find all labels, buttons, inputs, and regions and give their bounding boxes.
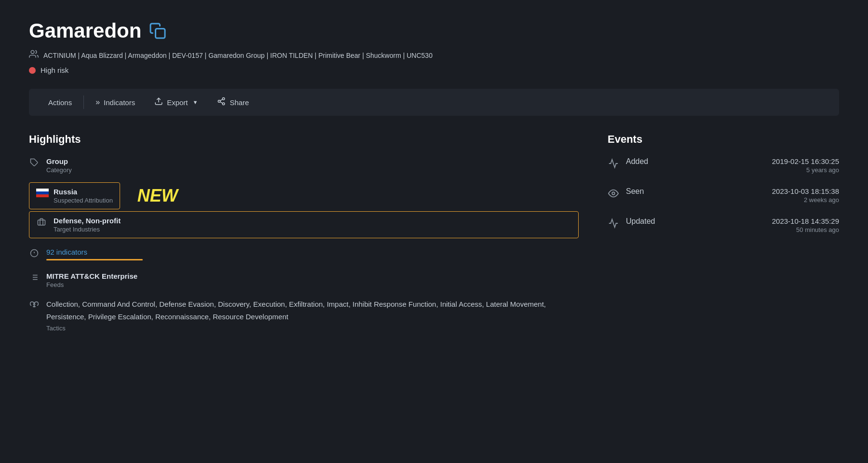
svg-rect-11: [36, 194, 49, 197]
highlights-title: Highlights: [29, 133, 579, 146]
export-label: Export: [167, 98, 188, 107]
flag-icon: [36, 189, 47, 200]
svg-rect-0: [156, 29, 165, 39]
svg-rect-12: [38, 220, 45, 225]
category-value: Group: [46, 157, 72, 165]
user-group-icon: [29, 49, 39, 61]
event-seen: Seen 2023-10-03 18:15:38 2 weeks ago: [608, 187, 839, 204]
industries-value: Defense, Non-profit: [54, 217, 121, 225]
updated-datetime: 2023-10-18 14:35:29: [772, 217, 839, 225]
info-icon: [29, 249, 40, 260]
export-icon: [154, 97, 163, 108]
tactics-value: Collection, Command And Control, Defense…: [46, 298, 579, 323]
seen-relative: 2 weeks ago: [772, 196, 839, 204]
risk-indicator: [29, 67, 36, 74]
svg-point-22: [34, 303, 35, 305]
tactics-item: Collection, Command And Control, Defense…: [29, 298, 579, 332]
indicators-button[interactable]: » Indicators: [86, 89, 145, 116]
svg-rect-9: [36, 189, 49, 191]
updated-details: 2023-10-18 14:35:29 50 minutes ago: [772, 217, 839, 233]
events-title: Events: [608, 133, 839, 146]
attribution-value: Russia: [54, 188, 113, 196]
main-content: Highlights Group Category: [29, 133, 839, 340]
actions-button[interactable]: Actions: [39, 89, 81, 116]
category-item: Group Category: [29, 157, 579, 174]
share-icon: [217, 97, 226, 108]
list-icon: [29, 273, 40, 284]
added-datetime: 2019-02-15 16:30:25: [772, 157, 839, 165]
added-label: Added: [626, 157, 674, 166]
copy-icon[interactable]: [149, 22, 166, 40]
svg-point-4: [218, 100, 221, 103]
aliases-row: ACTINIUM | Aqua Blizzard | Armageddon | …: [29, 49, 839, 61]
svg-point-1: [31, 51, 34, 54]
seen-datetime: 2023-10-03 18:15:38: [772, 187, 839, 195]
added-details: 2019-02-15 16:30:25 5 years ago: [772, 157, 839, 174]
added-icon: [608, 158, 619, 171]
toolbar-divider: [83, 95, 84, 109]
tag-icon: [29, 158, 40, 169]
page-title: Gamaredon: [29, 19, 141, 42]
feeds-item: MITRE ATT&CK Enterprise Feeds: [29, 272, 579, 288]
export-dropdown-arrow: ▼: [193, 99, 198, 105]
svg-line-7: [220, 99, 223, 101]
svg-point-5: [223, 103, 225, 105]
risk-label: High risk: [41, 66, 68, 74]
share-label: Share: [230, 98, 249, 107]
event-updated: Updated 2023-10-18 14:35:29 50 minutes a…: [608, 217, 839, 233]
indicators-count[interactable]: 92 indicators: [46, 248, 143, 256]
actions-label: Actions: [48, 98, 72, 107]
industries-label: Target Industries: [54, 226, 121, 233]
russia-flag-icon: [36, 189, 49, 197]
attribution-item[interactable]: Russia Suspected Attribution: [29, 182, 120, 209]
updated-label: Updated: [626, 217, 674, 226]
svg-line-6: [220, 102, 223, 103]
updated-icon: [608, 218, 619, 231]
toolbar: Actions » Indicators Export ▼: [29, 89, 839, 116]
highlights-panel: Highlights Group Category: [29, 133, 579, 340]
risk-row: High risk: [29, 66, 839, 74]
tactics-label: Tactics: [46, 325, 579, 332]
category-label: Category: [46, 166, 72, 174]
indicators-label: Indicators: [104, 98, 135, 107]
indicators-icon: »: [95, 98, 100, 107]
svg-rect-10: [36, 191, 49, 194]
aliases-text: ACTINIUM | Aqua Blizzard | Armageddon | …: [43, 52, 433, 59]
events-panel: Events Added 2019-02-15 16:30:25 5 years…: [608, 133, 839, 340]
event-added: Added 2019-02-15 16:30:25 5 years ago: [608, 157, 839, 174]
export-button[interactable]: Export ▼: [145, 89, 207, 116]
feeds-value: MITRE ATT&CK Enterprise: [46, 272, 137, 280]
svg-point-23: [612, 192, 615, 195]
indicators-item: 92 indicators: [29, 248, 579, 260]
attribution-label: Suspected Attribution: [54, 197, 113, 204]
industry-icon: [36, 218, 47, 229]
svg-point-3: [223, 98, 225, 100]
industries-item[interactable]: Defense, Non-profit Target Industries: [29, 211, 579, 238]
updated-relative: 50 minutes ago: [772, 226, 839, 233]
seen-details: 2023-10-03 18:15:38 2 weeks ago: [772, 187, 839, 204]
page-header: Gamaredon ACTINIUM | Aqua Blizzard | Arm…: [29, 19, 839, 74]
indicators-bar: [46, 259, 143, 260]
biohazard-icon: [29, 300, 40, 311]
share-button[interactable]: Share: [207, 89, 258, 116]
new-badge: NEW: [137, 186, 178, 206]
seen-icon: [608, 188, 619, 201]
feeds-label: Feeds: [46, 281, 137, 288]
seen-label: Seen: [626, 187, 674, 196]
added-relative: 5 years ago: [772, 166, 839, 174]
